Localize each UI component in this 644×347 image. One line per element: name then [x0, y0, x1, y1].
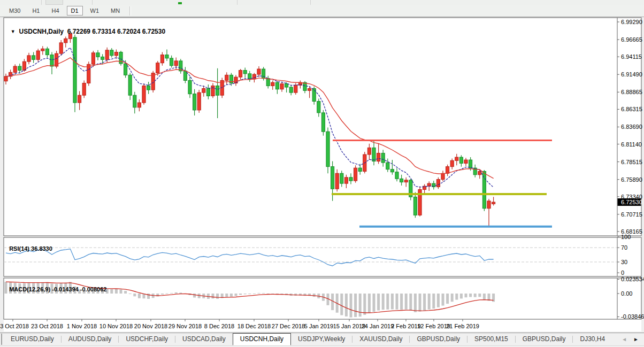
chart-tab-gbpusd-daily[interactable]: GBPUSD,Daily	[410, 333, 467, 345]
candle-body	[18, 66, 21, 71]
candle-body	[128, 75, 132, 95]
candle-body	[271, 82, 274, 86]
tab-list-button[interactable]	[1, 334, 2, 345]
tab-scroll-left-icon[interactable]: ◄	[622, 337, 627, 342]
price-tick-label: 6.88865	[621, 89, 642, 95]
macd-histogram-bar	[373, 294, 375, 312]
candle-body	[101, 57, 104, 59]
timeframe-button-h4[interactable]: H4	[47, 6, 63, 16]
candle-body	[36, 51, 40, 59]
chart-tab-usdjpy-weekly[interactable]: USDJPY,Weekly	[291, 333, 352, 345]
candle-body	[492, 202, 495, 204]
candle-body	[96, 53, 99, 57]
macd-histogram-bar	[110, 289, 113, 294]
chart-tab-audusd-daily[interactable]: AUDUSD,Daily	[62, 333, 119, 345]
candle-body	[13, 66, 17, 72]
timeframe-button-m30[interactable]: M30	[5, 6, 25, 16]
chart-tab-xauusd-daily[interactable]: XAUUSD,Daily	[352, 333, 409, 345]
chart-title: ▼USDCNH,Daily 6.72269 6.73314 6.72024 6.…	[7, 20, 165, 35]
macd-histogram-bar	[423, 294, 426, 311]
macd-histogram-bar	[129, 294, 132, 294]
candle-body	[413, 197, 417, 215]
macd-histogram-bar	[340, 294, 343, 315]
candle-body	[367, 148, 371, 155]
candle-body	[395, 172, 398, 179]
time-tick-label: 23 Oct 2018	[31, 323, 63, 329]
rsi-axis-label: 30	[621, 259, 627, 265]
chart-tab-usdcad-daily[interactable]: USDCAD,Daily	[175, 333, 233, 345]
candle-body	[289, 87, 293, 92]
current-price-label: 6.72530	[621, 199, 642, 205]
chart-tab-usdchf-daily[interactable]: USDCHF,Daily	[119, 333, 175, 345]
candle-body	[137, 103, 141, 107]
candle-body	[294, 85, 297, 92]
chart-tab-sp500-m15[interactable]: SP500,M15	[467, 333, 515, 345]
macd-axis-label: 0.023534	[621, 276, 644, 282]
chart-tab-eurusd-daily[interactable]: EURUSD,Daily	[4, 333, 61, 345]
toolbar-separator	[310, 0, 311, 5]
rsi-pane[interactable]	[4, 237, 641, 276]
time-tick-label: 20 Nov 2018	[134, 323, 167, 329]
candle-body	[32, 56, 35, 60]
timeframe-button-w1[interactable]: W1	[86, 6, 104, 16]
toolbar-button-remnant	[45, 0, 63, 5]
macd-histogram-bar	[428, 294, 431, 310]
candle-body	[206, 89, 210, 96]
candle-body	[469, 160, 472, 168]
macd-histogram-bar	[166, 294, 168, 294]
candle-body	[45, 49, 49, 55]
candle-body	[82, 83, 86, 95]
candle-body	[211, 86, 214, 96]
candle-body	[105, 50, 109, 60]
candle-body	[381, 153, 385, 163]
timeframe-button-mn[interactable]: MN	[106, 6, 124, 16]
macd-histogram-bar	[235, 294, 237, 296]
macd-histogram-bar	[124, 291, 127, 294]
macd-histogram-bar	[313, 294, 316, 297]
candle-body	[450, 160, 454, 166]
tab-scroll-right-icon[interactable]: ►	[633, 337, 639, 342]
candle-body	[358, 168, 362, 171]
macd-histogram-bar	[432, 294, 435, 309]
candle-body	[4, 76, 7, 81]
chart-tabs-bar: EURUSD,DailyAUDUSD,DailyUSDCHF,DailyUSDC…	[0, 333, 644, 347]
timeframe-button-h1[interactable]: H1	[28, 6, 44, 16]
macd-histogram-bar	[230, 294, 233, 297]
candle-body	[78, 95, 81, 103]
candle-body	[266, 79, 270, 86]
macd-histogram-bar	[225, 294, 228, 297]
candle-body	[377, 153, 380, 161]
candle-body	[455, 157, 458, 160]
candle-body	[354, 168, 357, 181]
timeframe-button-d1[interactable]: D1	[67, 6, 83, 16]
macd-histogram-bar	[396, 294, 398, 310]
macd-histogram-bar	[414, 294, 417, 312]
macd-histogram-bar	[377, 294, 380, 311]
time-tick-label: 10 Nov 2018	[99, 323, 133, 329]
time-tick-label: 29 Nov 2018	[168, 323, 202, 329]
candle-body	[331, 167, 334, 189]
candle-body	[197, 92, 201, 110]
price-tick-label: 6.81140	[621, 141, 642, 148]
candle-body	[312, 89, 316, 102]
macd-axis-label: 0.00	[621, 290, 632, 297]
macd-histogram-bar	[258, 293, 260, 294]
macd-histogram-bar	[239, 294, 242, 295]
macd-axis-label: -0.038466	[621, 313, 644, 320]
candle-body	[239, 71, 242, 78]
candle-body	[216, 86, 219, 96]
chart-tab-gbpusd-daily[interactable]: GBPUSD,Daily	[516, 333, 573, 345]
candle-body	[340, 173, 343, 183]
rsi-axis-label: 100	[621, 234, 631, 240]
chart-tab-dj30-h4[interactable]: DJ30,H4	[573, 333, 612, 345]
candle-body	[147, 86, 150, 90]
macd-histogram-bar	[253, 294, 256, 294]
macd-histogram-bar	[400, 294, 403, 310]
macd-histogram-bar	[405, 294, 408, 310]
macd-histogram-bar	[465, 294, 467, 297]
candle-body	[404, 180, 408, 182]
candle-body	[193, 94, 196, 110]
chart-tab-usdcnh-daily[interactable]: USDCNH,Daily	[233, 333, 291, 345]
price-tick-label: 6.99290	[621, 19, 642, 25]
candle-body	[133, 95, 136, 107]
